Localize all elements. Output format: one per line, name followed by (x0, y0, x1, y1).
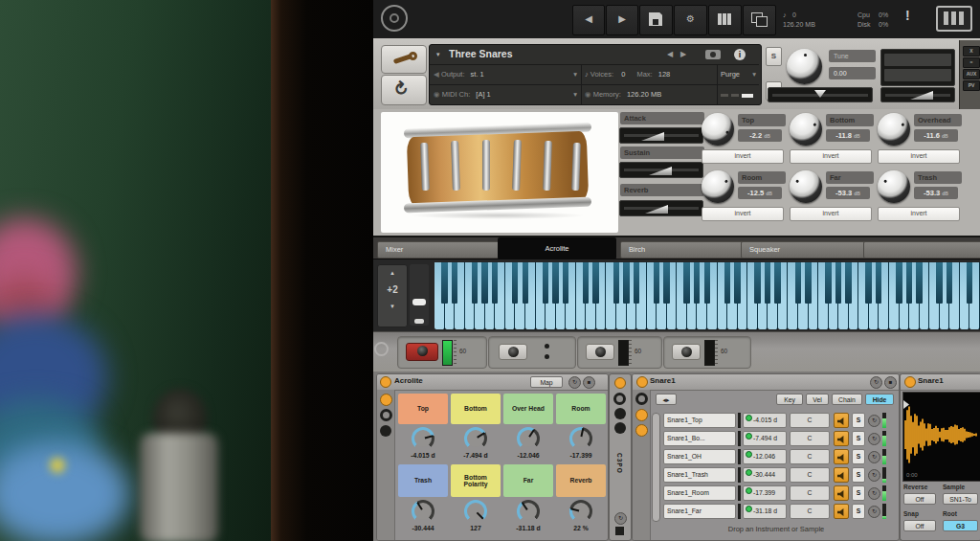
save-button[interactable] (639, 5, 673, 35)
chain-solo-button[interactable]: S (852, 449, 865, 464)
output-dropdown-arrow[interactable]: ▾ (573, 65, 577, 84)
midi-value[interactable]: [A] 1 (476, 90, 490, 99)
far-knob[interactable] (790, 170, 822, 203)
folded-toggle-3[interactable] (614, 422, 626, 434)
minimize-instrument-button[interactable]: = (963, 57, 980, 68)
piano-key-black[interactable] (754, 262, 760, 304)
macro-knob-reverb[interactable] (569, 500, 592, 523)
max-value[interactable]: 128 (658, 70, 671, 79)
macro-knob-bottom-polarity[interactable] (464, 500, 487, 523)
macro-knob-far[interactable] (517, 500, 540, 523)
piano-key-black[interactable] (947, 262, 952, 304)
piano-key-black[interactable] (583, 262, 589, 304)
chain-name[interactable]: Snare1_Bo... (663, 431, 736, 446)
snapshot-camera-icon[interactable] (705, 50, 721, 59)
chain-name[interactable]: Snare1_Room (663, 485, 736, 501)
volume-slider[interactable] (880, 87, 955, 102)
piano-key-black[interactable] (916, 262, 922, 304)
track3-pan-knob[interactable] (586, 344, 614, 360)
folded-toggle-2[interactable] (614, 408, 626, 419)
piano-key-black[interactable] (724, 262, 730, 304)
macro-value-bottom[interactable]: -7.494 d (451, 452, 501, 459)
simpler-activator-led[interactable] (904, 376, 916, 388)
piano-key-black[interactable] (967, 262, 972, 304)
piano-key-black[interactable] (512, 262, 518, 304)
info-icon[interactable]: i (734, 49, 746, 60)
macro-value-bottom-polarity[interactable]: 127 (451, 525, 501, 531)
piano-key-black[interactable] (825, 262, 831, 304)
alert-indicator[interactable]: ! (905, 8, 910, 23)
chain-pan[interactable]: C (790, 449, 830, 464)
tune-knob[interactable] (787, 49, 822, 84)
sustain-slider[interactable] (619, 162, 703, 178)
output-value[interactable]: st. 1 (471, 70, 484, 79)
piano-key-black[interactable] (835, 262, 841, 304)
snare1-chain-toggle[interactable] (635, 409, 648, 421)
reverse-button[interactable]: Off (903, 493, 936, 505)
piano-key-black[interactable] (654, 262, 659, 304)
piano-key-black[interactable] (734, 262, 740, 304)
snare1-rack-activator-led[interactable] (636, 376, 648, 388)
reverb-slider[interactable] (619, 200, 703, 216)
acrolite-activator-led[interactable] (380, 376, 391, 388)
bottom-knob-value[interactable]: -11.8dB (826, 129, 870, 142)
next-instrument-arrow[interactable]: ▶ (680, 50, 686, 58)
piano-key-black[interactable] (805, 262, 811, 304)
piano-key-black[interactable] (623, 262, 629, 304)
instrument-icon-button[interactable]: ↻ (381, 75, 427, 105)
chain-scrollbar[interactable] (652, 413, 660, 522)
aux-button[interactable]: AUX (963, 69, 980, 79)
piano-key-black[interactable] (523, 262, 528, 304)
solo-button[interactable]: S (766, 47, 782, 66)
midi-dropdown-arrow[interactable]: ▾ (573, 85, 577, 104)
sample-select-button[interactable]: SN1-To (943, 493, 978, 505)
folded-save-icon[interactable] (615, 527, 624, 535)
top-knob[interactable] (702, 113, 734, 146)
keyboard-scroll-handle-small[interactable] (414, 319, 424, 324)
back-button[interactable]: ◀ (572, 5, 605, 35)
hide-zones-button[interactable]: Hide (865, 394, 894, 405)
room-invert-button[interactable]: invert (702, 207, 784, 221)
piano-key-black[interactable] (613, 262, 619, 304)
piano-key-black[interactable] (441, 262, 447, 304)
tab-squeaker[interactable]: Squeaker (741, 241, 869, 259)
chain-pan[interactable]: C (790, 485, 830, 501)
folded-activator-led[interactable] (614, 377, 626, 389)
chain-volume[interactable]: -12.046 (743, 449, 787, 464)
macro-value-top[interactable]: -4.015 d (398, 452, 448, 459)
chain-name[interactable]: Snare1_Top (663, 413, 736, 428)
sample-waveform-display[interactable]: 0:00 (902, 392, 980, 482)
chain-name[interactable]: Snare1_OH (663, 449, 736, 464)
purge-button[interactable]: Purge (721, 70, 740, 79)
piano-key-black[interactable] (472, 262, 478, 304)
chain-activator-speaker[interactable] (834, 449, 849, 464)
macro-knob-top[interactable] (412, 427, 434, 450)
pan-slider[interactable] (768, 87, 873, 102)
piano-key-black[interactable] (865, 262, 871, 304)
chain-volume[interactable]: -7.494 d (743, 431, 787, 446)
chain-solo-button[interactable]: S (852, 467, 865, 483)
macro-knob-room[interactable] (569, 427, 592, 450)
key-zones-button[interactable]: Key (776, 394, 803, 405)
auto-select-button[interactable]: ◂▸ (656, 394, 677, 405)
chain-volume[interactable]: -31.18 d (743, 504, 787, 519)
macro-value-far[interactable]: -31.18 d (503, 525, 553, 531)
macro-value-room[interactable]: -17.399 (556, 452, 606, 459)
chain-solo-button[interactable]: S (852, 413, 865, 428)
chain-solo-button[interactable]: S (852, 431, 865, 446)
piano-key-black[interactable] (906, 262, 912, 304)
piano-key-black[interactable] (663, 262, 669, 304)
tab-birch[interactable]: Birch (620, 241, 746, 259)
room-knob[interactable] (702, 170, 734, 203)
macro-value-overhead[interactable]: -12.046 (503, 452, 553, 459)
chain-activator-speaker[interactable] (834, 504, 849, 519)
snare1-macro-toggle[interactable] (635, 393, 648, 405)
piano-key-black[interactable] (765, 262, 770, 304)
chain-volume[interactable]: -17.399 (743, 485, 787, 501)
chain-volume[interactable]: -30.444 (743, 467, 787, 483)
tab-acrolite[interactable]: Acrolite (498, 237, 616, 259)
forward-button[interactable]: ▶ (606, 5, 638, 35)
snare1-rack-header[interactable]: Snare1 ↻ ■ (633, 374, 899, 391)
top-knob-value[interactable]: -2.2dB (738, 129, 782, 142)
chain-volume[interactable]: -4.015 d (743, 413, 787, 428)
